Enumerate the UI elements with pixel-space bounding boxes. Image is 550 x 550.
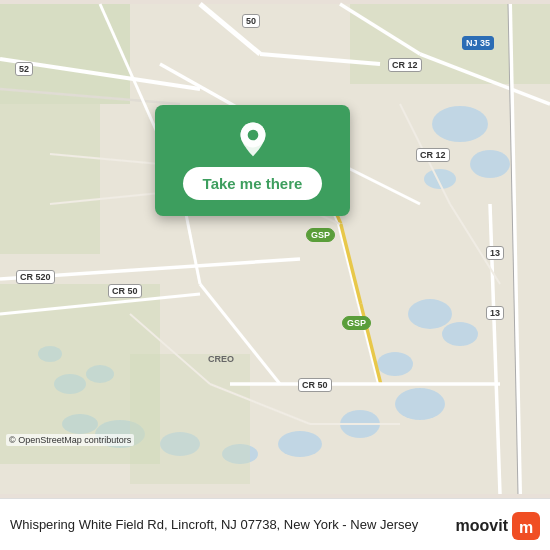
svg-point-2 (470, 150, 510, 178)
svg-point-9 (278, 431, 322, 457)
osm-attribution: © OpenStreetMap contributors (6, 434, 134, 446)
svg-rect-17 (0, 4, 130, 104)
take-me-button[interactable]: Take me there (183, 167, 323, 200)
svg-point-54 (247, 130, 258, 141)
bottom-bar: Whispering White Field Rd, Lincroft, NJ … (0, 498, 550, 550)
svg-rect-19 (350, 4, 550, 84)
address-text: Whispering White Field Rd, Lincroft, NJ … (10, 517, 446, 534)
svg-point-6 (377, 352, 413, 376)
nj35-badge: NJ 35 (462, 36, 494, 50)
map-container[interactable]: 52 50 CR 12 CR 12 NJ 35 CR 520 GSP GSP 1… (0, 0, 550, 498)
route-50-badge: 50 (242, 14, 260, 28)
cr12-badge-1: CR 12 (388, 58, 422, 72)
svg-text:m: m (519, 519, 533, 536)
svg-point-7 (395, 388, 445, 420)
gsp-badge-2: GSP (342, 316, 371, 330)
gsp-badge-1: GSP (306, 228, 335, 242)
moovit-icon: m (512, 512, 540, 540)
svg-point-1 (432, 106, 488, 142)
svg-rect-18 (0, 104, 100, 254)
route-52-badge: 52 (15, 62, 33, 76)
location-pin-icon (233, 119, 273, 159)
take-me-card: Take me there (155, 105, 350, 216)
svg-point-5 (442, 322, 478, 346)
route-13-badge-1: 13 (486, 246, 504, 260)
route-13-badge-2: 13 (486, 306, 504, 320)
moovit-logo: moovit m (456, 512, 540, 540)
moovit-top: moovit m (456, 512, 540, 540)
moovit-name: moovit (456, 517, 508, 535)
svg-rect-21 (130, 354, 250, 484)
app: 52 50 CR 12 CR 12 NJ 35 CR 520 GSP GSP 1… (0, 0, 550, 550)
svg-point-4 (408, 299, 452, 329)
creo-label: CREO (208, 354, 234, 364)
route-520-badge: CR 520 (16, 270, 55, 284)
cr12-badge-2: CR 12 (416, 148, 450, 162)
cr50-badge-1: CR 50 (108, 284, 142, 298)
cr50-badge-2: CR 50 (298, 378, 332, 392)
